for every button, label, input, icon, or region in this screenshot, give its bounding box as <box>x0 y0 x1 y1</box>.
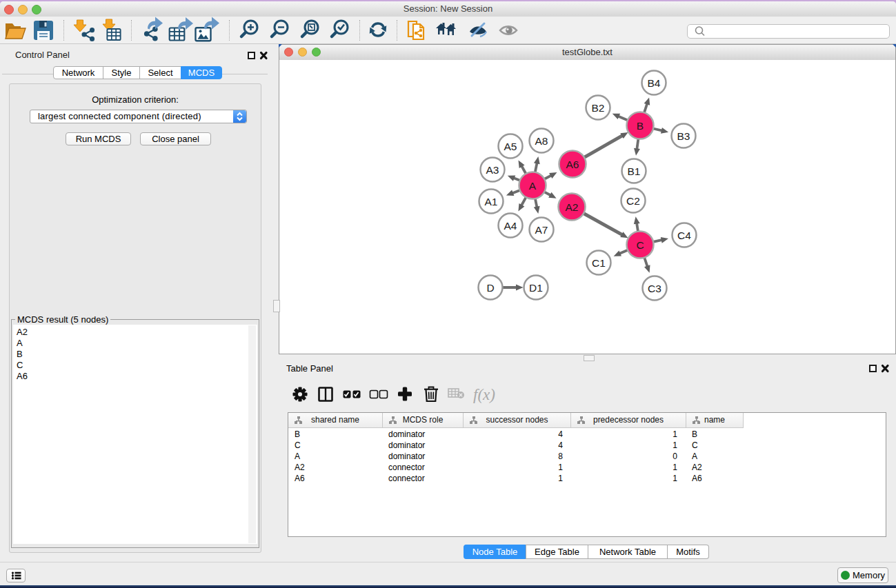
svg-text:C1: C1 <box>592 257 606 269</box>
svg-text:B2: B2 <box>592 102 605 114</box>
svg-text:A3: A3 <box>486 164 499 176</box>
svg-text:C2: C2 <box>626 195 640 207</box>
svg-text:A7: A7 <box>535 224 548 236</box>
svg-text:A1: A1 <box>485 196 498 207</box>
svg-text:A8: A8 <box>535 135 548 147</box>
svg-text:C4: C4 <box>677 230 691 241</box>
svg-text:C: C <box>636 239 644 251</box>
svg-text:B4: B4 <box>648 77 661 89</box>
svg-text:D: D <box>486 282 494 294</box>
svg-text:A2: A2 <box>566 201 579 213</box>
svg-text:B1: B1 <box>628 165 641 177</box>
svg-text:A: A <box>529 180 537 192</box>
svg-text:B: B <box>637 120 644 132</box>
svg-text:A5: A5 <box>504 141 517 152</box>
svg-text:B3: B3 <box>677 130 690 142</box>
svg-text:A6: A6 <box>566 159 579 170</box>
svg-text:D1: D1 <box>529 282 543 294</box>
svg-text:C3: C3 <box>648 283 661 294</box>
svg-text:f(x): f(x) <box>473 386 495 403</box>
svg-text:A4: A4 <box>504 220 517 232</box>
